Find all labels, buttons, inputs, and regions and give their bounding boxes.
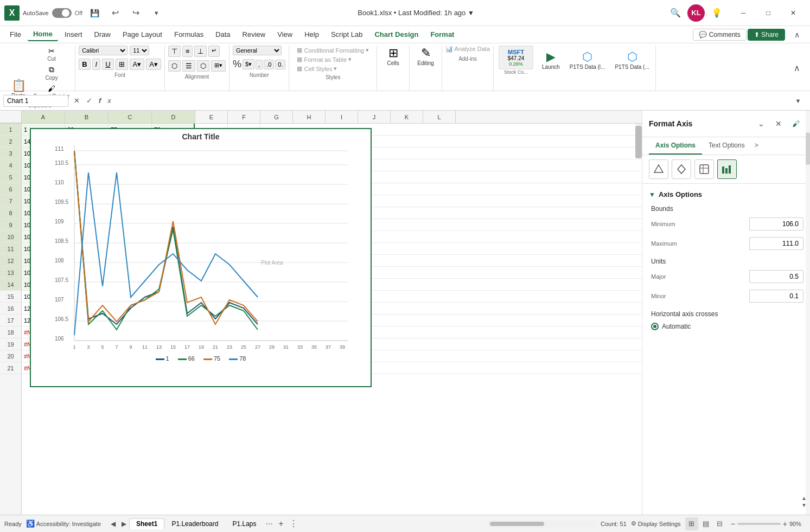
col-header-g[interactable]: G (260, 111, 293, 123)
col-header-j[interactable]: J (358, 111, 391, 123)
automatic-radio[interactable]: Automatic (651, 323, 803, 330)
row-num-11[interactable]: 11 (0, 243, 21, 255)
nav-insert[interactable]: Insert (59, 28, 88, 41)
chart-overlay[interactable]: Chart Title 106 106.5 107 107.5 108 108.… (30, 128, 372, 387)
col-header-i[interactable]: I (326, 111, 358, 123)
row-num-18[interactable]: 18 (0, 326, 21, 338)
nav-scriptlab[interactable]: Script Lab (326, 28, 368, 41)
align-left-button[interactable]: ⬡ (168, 60, 181, 72)
autosave-toggle[interactable] (52, 8, 72, 18)
display-settings[interactable]: ⚙ Display Settings (631, 520, 681, 527)
row-num-9[interactable]: 9 (0, 219, 21, 231)
save-button[interactable]: 💾 (86, 4, 103, 22)
cells-button[interactable]: ⊞ Cells (382, 46, 404, 68)
fill-color-button[interactable]: A▾ (130, 59, 145, 70)
font-family-select[interactable]: Calibri (79, 46, 127, 55)
row-num-14[interactable]: 14 (0, 279, 21, 291)
panel-close-btn[interactable]: ✕ (771, 116, 786, 131)
row-num-12[interactable]: 12 (0, 255, 21, 267)
nav-draw[interactable]: Draw (89, 28, 116, 41)
tab-axis-options[interactable]: Axis Options (649, 137, 702, 155)
horizontal-scrollbar[interactable] (488, 521, 596, 527)
align-center-button[interactable]: ☰ (182, 60, 195, 72)
page-break-view-btn[interactable]: ⊟ (713, 517, 726, 530)
user-avatar[interactable]: KL (687, 4, 705, 22)
sheets-nav-next[interactable]: ▶ (118, 518, 129, 529)
add-sheet-button[interactable]: + (275, 518, 287, 530)
page-layout-view-btn[interactable]: ▤ (699, 517, 712, 530)
number-format-select[interactable]: General (233, 46, 282, 55)
redo-button[interactable]: ↪ (127, 4, 144, 22)
comments-button[interactable]: 💬 Comments (693, 29, 747, 41)
comma-button[interactable]: , (256, 60, 263, 69)
col-header-d[interactable]: D (152, 111, 195, 123)
zoom-out-btn[interactable]: − (731, 520, 735, 528)
nav-file[interactable]: File (4, 28, 27, 41)
nav-help[interactable]: Help (299, 28, 324, 41)
p1ts-data-2-button[interactable]: ⬡ P1TS Data (... (612, 49, 652, 72)
row-num-20[interactable]: 20 (0, 350, 21, 362)
conditional-formatting-button[interactable]: ▦ Conditional Formatting ▾ (292, 46, 373, 55)
major-input[interactable] (749, 270, 803, 283)
scroll-down-arrow[interactable]: ▼ (801, 502, 807, 508)
align-top-button[interactable]: ⊤ (168, 46, 181, 57)
editing-button[interactable]: ✎ Editing (414, 46, 437, 68)
scroll-up-arrow[interactable]: ▲ (801, 495, 807, 501)
copy-button[interactable]: ⧉Copy (31, 64, 72, 82)
font-color-button[interactable]: A▾ (146, 59, 161, 70)
vertical-scrollbar[interactable] (635, 124, 642, 158)
nav-view[interactable]: View (272, 28, 298, 41)
nav-chartdesign[interactable]: Chart Design (369, 28, 424, 41)
row-num-19[interactable]: 19 (0, 338, 21, 350)
customize-button[interactable]: ▼ (148, 4, 165, 22)
lightbulb-button[interactable]: 💡 (708, 4, 725, 22)
col-header-k[interactable]: K (391, 111, 423, 123)
sheet-options-btn[interactable]: ⋮ (287, 518, 300, 529)
zoom-slider[interactable] (737, 523, 781, 525)
p1ts-data-1-button[interactable]: ⬡ P1TS Data (l... (567, 49, 608, 72)
col-header-h[interactable]: H (293, 111, 326, 123)
undo-button[interactable]: ↩ (106, 4, 124, 22)
sheet-tab-laps[interactable]: P1.Laps (225, 518, 263, 529)
maximize-button[interactable]: □ (756, 4, 781, 22)
confirm-formula-btn[interactable]: ✓ (84, 95, 94, 106)
row-num-1[interactable]: 1 (0, 124, 21, 136)
format-as-table-button[interactable]: ▦ Format as Table ▾ (292, 55, 356, 64)
tab-text-options[interactable]: Text Options (702, 137, 751, 155)
nav-data[interactable]: Data (210, 28, 235, 41)
nav-formulas[interactable]: Formulas (169, 28, 209, 41)
more-sheets-btn[interactable]: ··· (264, 519, 275, 529)
name-box[interactable] (3, 95, 68, 107)
ribbon-collapse[interactable]: ∧ (788, 26, 806, 43)
row-num-21[interactable]: 21 (0, 362, 21, 374)
col-header-c[interactable]: C (109, 111, 152, 123)
minimize-button[interactable]: ─ (731, 4, 756, 22)
ribbon-pin-button[interactable]: ∧ (788, 60, 806, 77)
row-num-4[interactable]: 4 (0, 159, 21, 171)
nav-review[interactable]: Review (237, 28, 271, 41)
align-right-button[interactable]: ⬡ (197, 60, 209, 72)
close-button[interactable]: ✕ (781, 4, 806, 22)
nav-home[interactable]: Home (28, 28, 58, 41)
sheet-tab-sheet1[interactable]: Sheet1 (129, 518, 164, 529)
panel-collapse-btn[interactable]: ⌄ (754, 116, 769, 131)
bold-button[interactable]: B (79, 59, 90, 70)
col-header-l[interactable]: L (423, 111, 456, 123)
search-button[interactable]: 🔍 (667, 4, 684, 22)
increase-decimal-button[interactable]: .0 (264, 60, 274, 69)
align-middle-button[interactable]: ≡ (182, 46, 193, 57)
minor-input[interactable] (749, 290, 803, 303)
row-num-17[interactable]: 17 (0, 315, 21, 326)
insert-function-btn[interactable]: f (97, 95, 103, 106)
maximum-input[interactable] (749, 237, 803, 250)
panel-scrollbar[interactable] (806, 111, 810, 515)
axis-options-header[interactable]: ▼ Axis Options (649, 188, 803, 201)
nav-pagelayout[interactable]: Page Layout (117, 28, 168, 41)
currency-button[interactable]: $▾ (243, 59, 254, 69)
col-header-f[interactable]: F (228, 111, 260, 123)
row-num-15[interactable]: 15 (0, 291, 21, 303)
analyze-data-btn[interactable]: 📊 Analyze Data (445, 46, 490, 53)
minimum-input[interactable] (749, 217, 803, 230)
underline-button[interactable]: U (102, 59, 113, 70)
cell-styles-button[interactable]: ▦ Cell Styles ▾ (292, 64, 341, 73)
